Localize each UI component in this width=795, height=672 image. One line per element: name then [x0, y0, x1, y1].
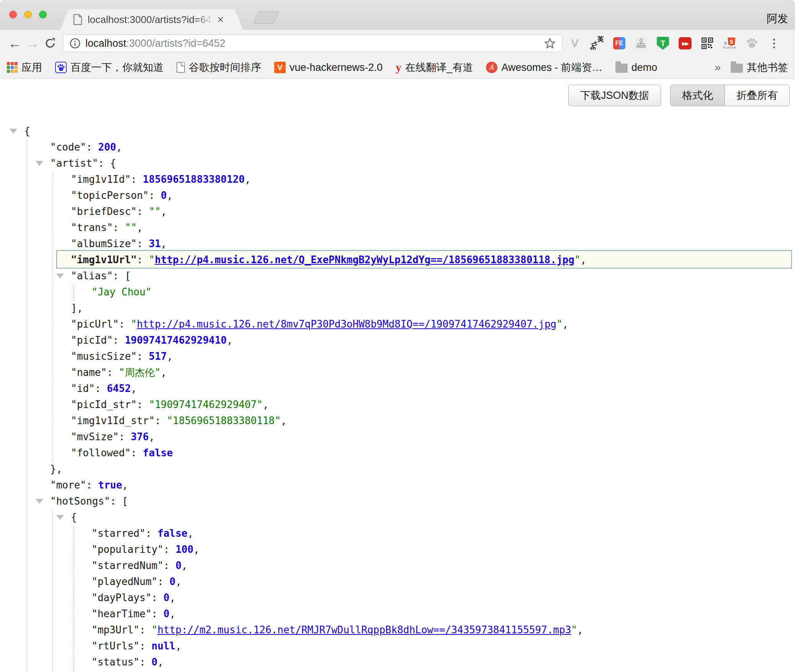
- bookmark-awesomes[interactable]: A Awesomes - 前端资…: [486, 61, 602, 74]
- profile-name[interactable]: 阿发: [767, 11, 788, 26]
- document-icon: [177, 62, 185, 73]
- bookmark-vue-hackernews[interactable]: V vue-hackernews-2.0: [274, 62, 383, 74]
- page-content: 下载JSON数据 格式化 折叠所有 {"code": 200,"artist":…: [0, 79, 795, 672]
- close-window-button[interactable]: [9, 11, 17, 18]
- browser-menu-icon[interactable]: [767, 36, 781, 50]
- json-tree: {"code": 200,"artist": {"img1v1Id": 1856…: [0, 79, 795, 672]
- json-punctuation: ,: [263, 399, 269, 410]
- bookmark-apps[interactable]: 应用: [7, 61, 42, 74]
- json-line: "hearTime": 0,: [0, 606, 795, 622]
- json-line: "img1v1Url": "http://p4.music.126.net/Q_…: [0, 252, 795, 268]
- json-punctuation: ,: [170, 592, 176, 603]
- bookmark-baidu[interactable]: 百度一下，你就知道: [55, 61, 164, 74]
- json-value: 100: [175, 544, 193, 555]
- json-string: "Jay Chou": [92, 286, 152, 298]
- json-punctuation: :: [137, 399, 149, 410]
- page-info-icon[interactable]: [69, 38, 81, 49]
- sitemap-extension-icon[interactable]: [635, 37, 648, 50]
- paw-extension-icon[interactable]: [745, 36, 759, 50]
- bookmark-google-sort[interactable]: 谷歌按时间排序: [177, 61, 261, 74]
- forward-button[interactable]: →: [24, 34, 41, 52]
- json-line: {: [0, 509, 795, 525]
- fast-forward-extension-icon[interactable]: ▶▶: [678, 36, 692, 50]
- json-punctuation: ,: [161, 367, 167, 378]
- json-key: "rtUrls": [92, 640, 139, 652]
- json-value: 0: [170, 576, 176, 587]
- browser-tab[interactable]: localhost:3000/artists?id=645 ×: [60, 9, 243, 30]
- json-key: "mp3Url": [92, 624, 139, 636]
- fe-extension-icon[interactable]: FE: [612, 36, 626, 50]
- back-button[interactable]: ←: [6, 34, 24, 52]
- collapse-triangle-icon[interactable]: [56, 515, 64, 520]
- json-punctuation: :: [139, 640, 151, 652]
- json-string: "": [125, 222, 137, 233]
- json-url-link[interactable]: http://p4.music.126.net/8mv7qP30Pd3oHW8b…: [137, 318, 556, 330]
- json-punctuation: ],: [71, 302, 83, 314]
- json-key: "briefDesc": [71, 206, 137, 217]
- new-tab-button[interactable]: [253, 11, 279, 24]
- tab-strip: localhost:3000/artists?id=645 × 阿发: [0, 0, 795, 30]
- qr-code-icon[interactable]: [700, 36, 714, 50]
- bookmark-star-icon[interactable]: [544, 37, 556, 49]
- tampermonkey-shield-icon[interactable]: T: [656, 36, 670, 50]
- collapse-triangle-icon[interactable]: [36, 499, 43, 504]
- collapse-triangle-icon[interactable]: [10, 129, 17, 134]
- json-string: "": [149, 206, 161, 217]
- json-value: 376: [131, 431, 149, 443]
- json-punctuation: :: [149, 190, 161, 201]
- json-key: "hotSongs": [50, 495, 110, 507]
- html5-player-icon[interactable]: s 5 PLAYER: [723, 36, 736, 50]
- json-key: "alias": [71, 270, 113, 282]
- json-punctuation: ,: [116, 141, 122, 153]
- json-line: "artist": {: [0, 155, 795, 171]
- json-value: 31: [149, 238, 161, 249]
- json-value: 18569651883380120: [143, 174, 245, 185]
- json-key: "followed": [71, 447, 131, 459]
- collapse-triangle-icon[interactable]: [56, 274, 64, 279]
- json-punctuation: : [: [110, 495, 128, 507]
- json-url-link[interactable]: http://m2.music.126.net/RMJR7wDullRqppBk…: [157, 624, 571, 636]
- json-line: "copyFrom": "",: [0, 670, 795, 672]
- url-path: :3000/artists?id=6452: [126, 38, 226, 49]
- window-controls: [9, 11, 47, 18]
- json-punctuation: ,: [577, 624, 583, 636]
- json-value: 6452: [107, 383, 131, 394]
- bookmarks-overflow-chevron[interactable]: »: [715, 61, 721, 74]
- json-punctuation: ,: [137, 222, 143, 233]
- tab-close-icon[interactable]: ×: [217, 14, 224, 25]
- json-url-link[interactable]: http://p4.music.126.net/Q_ExePNkmgB2yWyL…: [155, 254, 574, 266]
- json-value: 0: [152, 656, 158, 668]
- json-punctuation: ,: [170, 608, 176, 620]
- translate-extension-icon[interactable]: 英 ⇄ en: [590, 36, 604, 50]
- json-punctuation: ,: [161, 238, 167, 249]
- json-punctuation: :: [146, 528, 157, 539]
- json-punctuation: :: [157, 576, 169, 587]
- json-punctuation: {: [24, 125, 30, 137]
- json-punctuation: : {: [98, 157, 116, 169]
- json-line: "trans": "",: [0, 220, 795, 236]
- json-line: "more": true,: [0, 477, 795, 493]
- awesomes-a-icon: A: [486, 62, 497, 73]
- apps-grid-icon: [7, 62, 18, 73]
- json-key: "img1v1Url": [71, 254, 137, 266]
- other-bookmarks-folder[interactable]: 其他书签: [731, 61, 788, 74]
- collapse-triangle-icon[interactable]: [36, 161, 43, 166]
- bookmark-folder-demo[interactable]: demo: [615, 62, 658, 74]
- json-punctuation: :: [155, 415, 167, 426]
- json-key: "img1v1Id_str": [71, 415, 155, 426]
- minimize-window-button[interactable]: [24, 11, 32, 18]
- json-punctuation: :: [164, 560, 175, 571]
- json-line: "musicSize": 517,: [0, 348, 795, 364]
- url-bar[interactable]: localhost:3000/artists?id=6452: [63, 34, 563, 52]
- json-value: null: [152, 640, 176, 652]
- reload-button[interactable]: [41, 34, 59, 52]
- json-punctuation: :: [119, 318, 131, 330]
- json-key: "hearTime": [92, 608, 152, 620]
- json-key: "mvSize": [71, 431, 119, 443]
- json-punctuation: ,: [193, 544, 200, 555]
- vue-devtools-icon[interactable]: V: [568, 36, 582, 50]
- json-key: "trans": [71, 222, 113, 233]
- zoom-window-button[interactable]: [39, 11, 47, 18]
- bookmark-youdao[interactable]: y 在线翻译_有道: [396, 61, 473, 74]
- json-punctuation: :: [137, 351, 149, 362]
